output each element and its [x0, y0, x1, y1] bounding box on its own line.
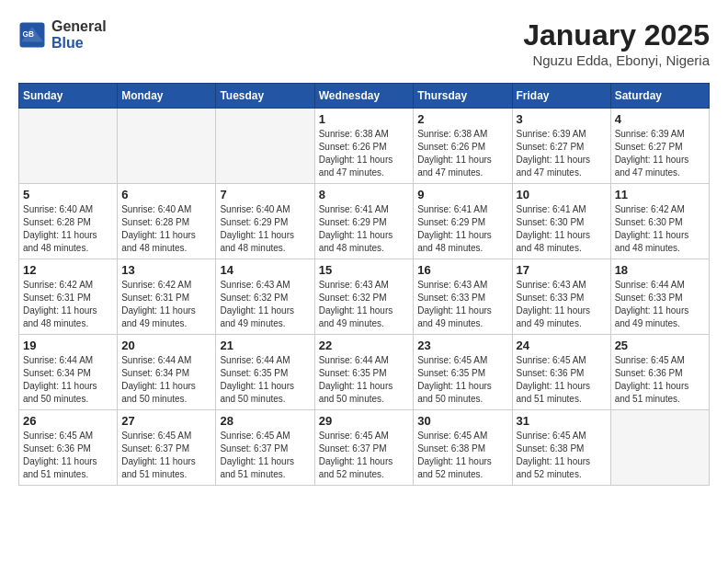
day-number-6: 6: [121, 188, 211, 201]
day-number-15: 15: [319, 263, 410, 277]
day-number-22: 22: [319, 339, 410, 352]
day-number-2: 2: [417, 112, 507, 126]
day-cell-23: 23Sunrise: 6:45 AM Sunset: 6:35 PM Dayli…: [414, 335, 512, 410]
logo-general: General: [51, 18, 107, 35]
day-cell-empty: [610, 410, 709, 486]
day-number-31: 31: [517, 414, 607, 428]
day-number-12: 12: [23, 263, 113, 277]
day-cell-24: 24Sunrise: 6:45 AM Sunset: 6:36 PM Dayli…: [512, 335, 610, 410]
day-info-2: Sunrise: 6:38 AM Sunset: 6:26 PM Dayligh…: [417, 128, 507, 179]
day-cell-21: 21Sunrise: 6:44 AM Sunset: 6:35 PM Dayli…: [216, 335, 314, 410]
weekday-header-row: SundayMondayTuesdayWednesdayThursdayFrid…: [19, 84, 710, 109]
weekday-header-sunday: Sunday: [19, 84, 118, 109]
day-cell-8: 8Sunrise: 6:41 AM Sunset: 6:29 PM Daylig…: [314, 184, 414, 259]
day-info-15: Sunrise: 6:43 AM Sunset: 6:32 PM Dayligh…: [319, 279, 410, 330]
day-cell-28: 28Sunrise: 6:45 AM Sunset: 6:37 PM Dayli…: [216, 410, 314, 486]
day-cell-3: 3Sunrise: 6:39 AM Sunset: 6:27 PM Daylig…: [512, 109, 610, 184]
day-cell-empty: [19, 109, 118, 184]
day-info-7: Sunrise: 6:40 AM Sunset: 6:29 PM Dayligh…: [220, 203, 310, 255]
day-info-22: Sunrise: 6:44 AM Sunset: 6:35 PM Dayligh…: [319, 354, 410, 406]
week-row-4: 19Sunrise: 6:44 AM Sunset: 6:34 PM Dayli…: [19, 335, 710, 410]
day-number-17: 17: [517, 263, 607, 277]
weekday-header-saturday: Saturday: [610, 84, 709, 109]
day-info-4: Sunrise: 6:39 AM Sunset: 6:27 PM Dayligh…: [615, 128, 705, 179]
day-cell-12: 12Sunrise: 6:42 AM Sunset: 6:31 PM Dayli…: [19, 259, 118, 335]
day-cell-27: 27Sunrise: 6:45 AM Sunset: 6:37 PM Dayli…: [118, 410, 216, 486]
day-cell-31: 31Sunrise: 6:45 AM Sunset: 6:38 PM Dayli…: [512, 410, 610, 486]
day-number-25: 25: [615, 339, 705, 352]
day-cell-7: 7Sunrise: 6:40 AM Sunset: 6:29 PM Daylig…: [216, 184, 314, 259]
day-cell-16: 16Sunrise: 6:43 AM Sunset: 6:33 PM Dayli…: [414, 259, 512, 335]
week-row-5: 26Sunrise: 6:45 AM Sunset: 6:36 PM Dayli…: [19, 410, 710, 486]
day-cell-empty: [216, 109, 314, 184]
day-number-16: 16: [417, 263, 507, 277]
day-cell-25: 25Sunrise: 6:45 AM Sunset: 6:36 PM Dayli…: [610, 335, 709, 410]
day-number-7: 7: [220, 188, 310, 201]
day-cell-10: 10Sunrise: 6:41 AM Sunset: 6:30 PM Dayli…: [512, 184, 610, 259]
day-info-19: Sunrise: 6:44 AM Sunset: 6:34 PM Dayligh…: [23, 354, 113, 406]
day-number-26: 26: [23, 414, 113, 428]
day-cell-17: 17Sunrise: 6:43 AM Sunset: 6:33 PM Dayli…: [512, 259, 610, 335]
day-info-9: Sunrise: 6:41 AM Sunset: 6:29 PM Dayligh…: [417, 203, 507, 255]
day-info-23: Sunrise: 6:45 AM Sunset: 6:35 PM Dayligh…: [417, 354, 507, 406]
day-info-21: Sunrise: 6:44 AM Sunset: 6:35 PM Dayligh…: [220, 354, 310, 406]
weekday-header-tuesday: Tuesday: [216, 84, 314, 109]
day-info-31: Sunrise: 6:45 AM Sunset: 6:38 PM Dayligh…: [517, 430, 607, 481]
logo: GB General Blue: [18, 18, 107, 51]
day-cell-9: 9Sunrise: 6:41 AM Sunset: 6:29 PM Daylig…: [414, 184, 512, 259]
day-cell-2: 2Sunrise: 6:38 AM Sunset: 6:26 PM Daylig…: [414, 109, 512, 184]
day-cell-5: 5Sunrise: 6:40 AM Sunset: 6:28 PM Daylig…: [19, 184, 118, 259]
day-info-29: Sunrise: 6:45 AM Sunset: 6:37 PM Dayligh…: [319, 430, 410, 481]
title-block: January 2025 Nguzu Edda, Ebonyi, Nigeria: [523, 18, 710, 68]
day-cell-26: 26Sunrise: 6:45 AM Sunset: 6:36 PM Dayli…: [19, 410, 118, 486]
day-cell-29: 29Sunrise: 6:45 AM Sunset: 6:37 PM Dayli…: [314, 410, 414, 486]
day-cell-4: 4Sunrise: 6:39 AM Sunset: 6:27 PM Daylig…: [610, 109, 709, 184]
day-number-23: 23: [417, 339, 507, 352]
day-cell-15: 15Sunrise: 6:43 AM Sunset: 6:32 PM Dayli…: [314, 259, 414, 335]
logo-blue: Blue: [51, 35, 107, 52]
day-number-20: 20: [121, 339, 211, 352]
day-cell-22: 22Sunrise: 6:44 AM Sunset: 6:35 PM Dayli…: [314, 335, 414, 410]
day-info-11: Sunrise: 6:42 AM Sunset: 6:30 PM Dayligh…: [615, 203, 705, 255]
day-number-10: 10: [517, 188, 607, 201]
day-number-4: 4: [615, 112, 705, 126]
day-number-29: 29: [319, 414, 410, 428]
weekday-header-friday: Friday: [512, 84, 610, 109]
day-info-25: Sunrise: 6:45 AM Sunset: 6:36 PM Dayligh…: [615, 354, 705, 406]
day-info-26: Sunrise: 6:45 AM Sunset: 6:36 PM Dayligh…: [23, 430, 113, 481]
day-info-13: Sunrise: 6:42 AM Sunset: 6:31 PM Dayligh…: [121, 279, 211, 330]
day-number-18: 18: [615, 263, 705, 277]
day-cell-18: 18Sunrise: 6:44 AM Sunset: 6:33 PM Dayli…: [610, 259, 709, 335]
page-header: GB General Blue January 2025 Nguzu Edda,…: [18, 18, 710, 68]
day-cell-6: 6Sunrise: 6:40 AM Sunset: 6:28 PM Daylig…: [118, 184, 216, 259]
weekday-header-monday: Monday: [118, 84, 216, 109]
week-row-3: 12Sunrise: 6:42 AM Sunset: 6:31 PM Dayli…: [19, 259, 710, 335]
day-number-5: 5: [23, 188, 113, 201]
day-info-18: Sunrise: 6:44 AM Sunset: 6:33 PM Dayligh…: [615, 279, 705, 330]
calendar-subtitle: Nguzu Edda, Ebonyi, Nigeria: [523, 52, 710, 68]
day-number-3: 3: [517, 112, 607, 126]
day-info-20: Sunrise: 6:44 AM Sunset: 6:34 PM Dayligh…: [121, 354, 211, 406]
day-cell-1: 1Sunrise: 6:38 AM Sunset: 6:26 PM Daylig…: [314, 109, 414, 184]
day-info-10: Sunrise: 6:41 AM Sunset: 6:30 PM Dayligh…: [517, 203, 607, 255]
day-cell-19: 19Sunrise: 6:44 AM Sunset: 6:34 PM Dayli…: [19, 335, 118, 410]
day-info-3: Sunrise: 6:39 AM Sunset: 6:27 PM Dayligh…: [517, 128, 607, 179]
calendar-title: January 2025: [523, 18, 710, 52]
calendar-table: SundayMondayTuesdayWednesdayThursdayFrid…: [18, 83, 710, 486]
day-number-13: 13: [121, 263, 211, 277]
day-number-21: 21: [220, 339, 310, 352]
day-info-24: Sunrise: 6:45 AM Sunset: 6:36 PM Dayligh…: [517, 354, 607, 406]
day-number-27: 27: [121, 414, 211, 428]
day-number-30: 30: [417, 414, 507, 428]
day-cell-13: 13Sunrise: 6:42 AM Sunset: 6:31 PM Dayli…: [118, 259, 216, 335]
logo-icon: GB: [18, 21, 46, 49]
week-row-2: 5Sunrise: 6:40 AM Sunset: 6:28 PM Daylig…: [19, 184, 710, 259]
day-cell-empty: [118, 109, 216, 184]
day-info-27: Sunrise: 6:45 AM Sunset: 6:37 PM Dayligh…: [121, 430, 211, 481]
day-info-8: Sunrise: 6:41 AM Sunset: 6:29 PM Dayligh…: [319, 203, 410, 255]
day-number-8: 8: [319, 188, 410, 201]
day-number-14: 14: [220, 263, 310, 277]
day-info-14: Sunrise: 6:43 AM Sunset: 6:32 PM Dayligh…: [220, 279, 310, 330]
day-info-12: Sunrise: 6:42 AM Sunset: 6:31 PM Dayligh…: [23, 279, 113, 330]
week-row-1: 1Sunrise: 6:38 AM Sunset: 6:26 PM Daylig…: [19, 109, 710, 184]
